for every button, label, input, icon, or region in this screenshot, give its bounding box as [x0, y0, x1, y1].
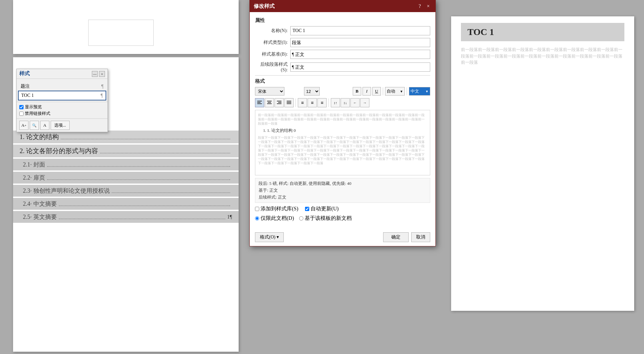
svg-rect-13: [287, 102, 291, 103]
size-select[interactable]: 12: [304, 87, 320, 96]
bold-button[interactable]: B: [353, 87, 361, 96]
size-select-wrapper: 12: [304, 87, 352, 96]
align-right-button[interactable]: [275, 98, 284, 107]
align-separator2: [329, 98, 329, 107]
style-type-select[interactable]: 段落: [290, 38, 430, 47]
decrease-indent-button[interactable]: ←: [350, 98, 360, 107]
name-label: 名称(N):: [255, 28, 288, 34]
align-center-button[interactable]: [265, 98, 274, 107]
italic-button[interactable]: I: [363, 87, 371, 96]
align-toolbar: ≡ ≡ ≡ ↕↑ ↕↓ ← →: [255, 98, 430, 107]
align-justify-button[interactable]: [284, 98, 294, 107]
color-select[interactable]: 自动 ▼: [385, 87, 405, 96]
svg-rect-14: [287, 103, 291, 104]
auto-update-label: 自动更新(U): [311, 205, 339, 212]
next-style-select-wrapper: ¶ 正文: [290, 62, 430, 72]
template-based-option: 基于该模板的新文档: [299, 215, 352, 222]
name-row: 名称(N):: [255, 26, 430, 35]
toolbar-divider: [383, 87, 383, 95]
underline-button[interactable]: U: [372, 87, 381, 96]
style-based-label: 样式基准(B):: [255, 51, 288, 57]
next-style-select[interactable]: ¶ 正文: [290, 62, 430, 72]
close-button[interactable]: ×: [425, 3, 432, 9]
dialog-titlebar: 修改样式 ? ×: [250, 0, 435, 12]
auto-update-option: 自动更新(U): [305, 205, 339, 212]
svg-rect-12: [287, 101, 291, 101]
para-spacing-button[interactable]: ↕↓: [341, 98, 350, 107]
font-select-wrapper: 宋体: [255, 87, 303, 96]
style-type-select-wrapper: 段落: [290, 38, 430, 47]
lang-select[interactable]: 中文 ▼: [409, 87, 430, 96]
svg-rect-10: [277, 103, 281, 104]
next-style-label: 后续段落样式(S):: [255, 62, 288, 73]
svg-rect-1: [257, 102, 261, 103]
add-to-library-option: 添加到样式库(S): [255, 205, 298, 212]
radio-row: 仅限此文档(D) 基于该模板的新文档: [255, 215, 430, 222]
svg-rect-2: [257, 103, 262, 104]
para-info-line1: 段后: 5 磅, 样式: 自动更新, 使用前隐藏, 优先级: 40: [259, 180, 427, 187]
properties-section-label: 属性: [255, 17, 430, 24]
add-to-library-label: 添加到样式库(S): [261, 205, 298, 212]
svg-rect-0: [257, 101, 262, 101]
format-toolbar: 宋体 12 B I U 自动 ▼ 中文: [255, 87, 430, 96]
align-separator: [296, 98, 296, 107]
svg-rect-4: [267, 101, 272, 101]
preview-main-text: 1. 1. 论文的结构 0: [258, 128, 427, 133]
style-based-row: 样式基准(B): ¶ 正文: [255, 50, 430, 59]
style-type-row: 样式类型(I): 段落: [255, 38, 430, 47]
help-button[interactable]: ?: [416, 3, 423, 9]
template-based-radio[interactable]: [299, 216, 303, 221]
toolbar-divider2: [407, 87, 407, 95]
dialog-title: 修改样式: [254, 3, 275, 10]
indent-button[interactable]: ≡: [308, 98, 317, 107]
distribute-button[interactable]: ≡: [298, 98, 307, 107]
preview-box: 前一段落前一段落前一段落前一段落前一段落前一段落前一段落前一段落前一段落前一段落…: [255, 110, 430, 175]
style-type-label: 样式类型(I):: [255, 40, 288, 45]
justify2-button[interactable]: ≡: [317, 98, 327, 107]
para-info-line3: 后续样式: 正文: [259, 194, 427, 201]
preview-before-text: 前一段落前一段落前一段落前一段落前一段落前一段落前一段落前一段落前一段落前一段落…: [258, 113, 427, 126]
para-info: 段后: 5 磅, 样式: 自动更新, 使用前隐藏, 优先级: 40 基于: 正文…: [255, 178, 430, 203]
style-based-select[interactable]: ¶ 正文: [290, 50, 430, 59]
svg-rect-8: [277, 101, 281, 101]
style-based-select-wrapper: ¶ 正文: [290, 50, 430, 59]
font-select[interactable]: 宋体: [255, 87, 284, 96]
svg-rect-6: [267, 103, 272, 104]
format-section-label: 格式: [255, 78, 430, 84]
dialog-title-buttons: ? ×: [416, 3, 432, 9]
modify-style-dialog: 修改样式 ? × 属性 名称(N): 样式类型(I): 段落: [249, 0, 436, 246]
ok-button[interactable]: 确定: [383, 232, 409, 242]
dialog-body: 属性 名称(N): 样式类型(I): 段落 样式基准(B): ¶ 正文: [250, 12, 435, 230]
increase-indent-button[interactable]: →: [360, 98, 369, 107]
cancel-button[interactable]: 取消: [411, 232, 430, 242]
next-style-row: 后续段落样式(S): ¶ 正文: [255, 62, 430, 73]
add-to-library-checkbox[interactable]: [255, 207, 259, 211]
line-spacing-button[interactable]: ↕↑: [331, 98, 340, 107]
options-row: 添加到样式库(S) 自动更新(U): [255, 205, 430, 212]
only-this-doc-label: 仅限此文档(D): [261, 215, 294, 222]
only-this-doc-option: 仅限此文档(D): [255, 215, 294, 222]
name-input[interactable]: [290, 26, 430, 35]
svg-rect-9: [278, 102, 281, 103]
divider: [255, 75, 430, 76]
align-left-button[interactable]: [255, 98, 264, 107]
only-this-doc-radio[interactable]: [255, 216, 259, 221]
dialog-footer: 格式(O) ▾ 确定 取消: [250, 230, 435, 246]
footer-left: 格式(O) ▾: [255, 232, 284, 242]
modal-overlay: 修改样式 ? × 属性 名称(N): 样式类型(I): 段落: [0, 0, 644, 354]
para-info-line2: 基于: 正文: [259, 187, 427, 194]
preview-after-text: 段落下一段落下一段落下一段落下一段落下一段落下一段落下一段落下一段落下一段落下一…: [258, 135, 427, 165]
auto-update-checkbox[interactable]: [305, 207, 309, 211]
svg-rect-5: [268, 102, 271, 103]
template-based-label: 基于该模板的新文档: [305, 215, 352, 222]
format-button[interactable]: 格式(O) ▾: [255, 232, 284, 242]
footer-right: 确定 取消: [383, 232, 430, 242]
